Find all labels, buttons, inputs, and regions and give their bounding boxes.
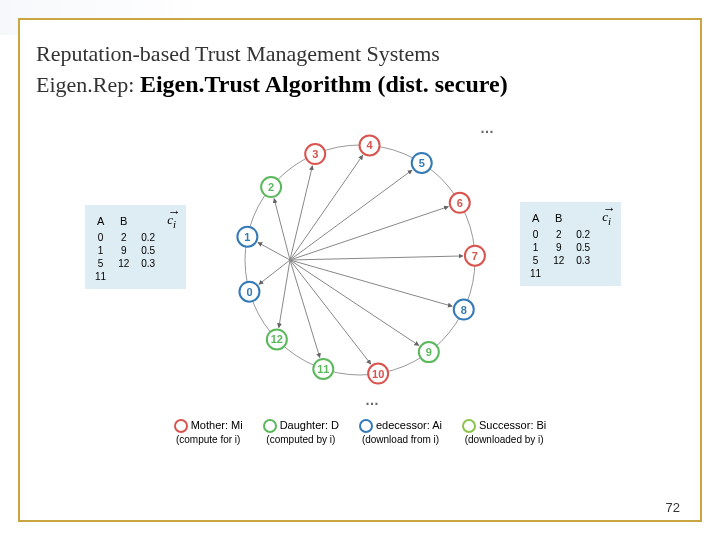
arrow-to-0 bbox=[259, 260, 290, 284]
page-number: 72 bbox=[666, 500, 680, 515]
left-table: ABc→i020.2190.55120.311 bbox=[85, 205, 186, 289]
legend: Mother: Mi(compute for i)Daughter: D(com… bbox=[40, 419, 680, 445]
arrow-to-2 bbox=[274, 199, 290, 260]
title-prefix: Eigen.Rep: bbox=[36, 72, 140, 97]
eigentrust-diagram: 0123456789101112 … … ABc→i020.2190.55120… bbox=[40, 110, 680, 450]
node-0: 0 bbox=[239, 282, 259, 302]
svg-text:8: 8 bbox=[461, 304, 467, 316]
node-10: 10 bbox=[368, 364, 388, 384]
svg-text:2: 2 bbox=[268, 181, 274, 193]
svg-text:0: 0 bbox=[246, 286, 252, 298]
svg-text:6: 6 bbox=[457, 197, 463, 209]
node-7: 7 bbox=[465, 246, 485, 266]
node-11: 11 bbox=[313, 359, 333, 379]
slide-title: Reputation-based Trust Management System… bbox=[36, 40, 684, 100]
legend-daughter: Daughter: D(computed by i) bbox=[263, 419, 339, 445]
arrow-to-12 bbox=[279, 260, 290, 328]
arrow-to-6 bbox=[290, 207, 448, 260]
node-3: 3 bbox=[305, 144, 325, 164]
arrow-to-10 bbox=[290, 260, 371, 364]
svg-text:9: 9 bbox=[426, 346, 432, 358]
arrow-to-9 bbox=[290, 260, 419, 345]
node-9: 9 bbox=[419, 342, 439, 362]
arrow-to-7 bbox=[290, 256, 463, 260]
svg-text:12: 12 bbox=[271, 333, 283, 345]
node-4: 4 bbox=[360, 135, 380, 155]
arrow-to-11 bbox=[290, 260, 320, 358]
node-6: 6 bbox=[450, 193, 470, 213]
right-table: ABc→i020.2190.55120.311 bbox=[520, 202, 621, 286]
legend-successor: Successor: Bi(downloaded by i) bbox=[462, 419, 546, 445]
node-2: 2 bbox=[261, 177, 281, 197]
ellipsis-bottom: … bbox=[365, 392, 379, 408]
node-12: 12 bbox=[267, 329, 287, 349]
svg-text:10: 10 bbox=[372, 368, 384, 380]
arrow-to-8 bbox=[290, 260, 452, 306]
svg-text:11: 11 bbox=[317, 363, 329, 375]
svg-text:4: 4 bbox=[366, 139, 373, 151]
svg-text:5: 5 bbox=[419, 157, 425, 169]
node-8: 8 bbox=[454, 300, 474, 320]
svg-text:7: 7 bbox=[472, 250, 478, 262]
node-5: 5 bbox=[412, 153, 432, 173]
svg-text:3: 3 bbox=[312, 148, 318, 160]
node-1: 1 bbox=[237, 227, 257, 247]
svg-text:1: 1 bbox=[244, 231, 250, 243]
legend-edecessor: edecessor: Ai(download from i) bbox=[359, 419, 442, 445]
arrow-to-1 bbox=[258, 242, 290, 260]
ellipsis-top: … bbox=[480, 120, 494, 136]
legend-mother: Mother: Mi(compute for i) bbox=[174, 419, 243, 445]
arrow-to-4 bbox=[290, 155, 363, 260]
title-line1: Reputation-based Trust Management System… bbox=[36, 41, 440, 66]
title-main: Eigen.Trust Algorithm (dist. secure) bbox=[140, 71, 508, 97]
